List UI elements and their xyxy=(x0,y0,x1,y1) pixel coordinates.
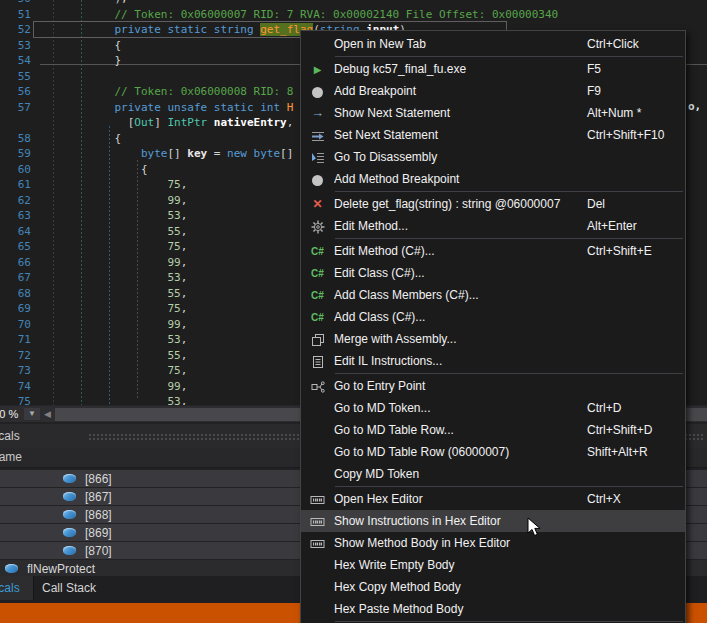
menu-item[interactable]: Hex Copy Method Body xyxy=(301,576,685,598)
code-token: , xyxy=(181,395,188,405)
menu-item[interactable]: Set Next StatementCtrl+Shift+F10 xyxy=(301,124,685,146)
code-line-text: 99, xyxy=(31,379,187,395)
context-menu: Open in New TabCtrl+Click▶Debug kc57_fin… xyxy=(300,30,686,623)
menu-item[interactable]: Show Instructions in Hex Editor xyxy=(301,510,685,532)
menu-item-label: Go To Disassembly xyxy=(334,150,587,164)
tab-locals[interactable]: Locals xyxy=(0,576,34,600)
code-token: private unsafe static int xyxy=(35,101,287,114)
menu-separator xyxy=(335,191,683,192)
code-token: , xyxy=(181,380,188,393)
menu-item[interactable]: Copy MD Token xyxy=(301,463,685,485)
code-line-text: byte[] key = new byte[] xyxy=(31,146,293,162)
code-token: IntPtr xyxy=(167,116,207,129)
menu-item[interactable]: Add Method Breakpoint xyxy=(301,168,685,190)
code-token: , xyxy=(181,364,188,377)
menu-item-shortcut: Ctrl+X xyxy=(587,492,685,506)
code-token: , xyxy=(181,271,188,284)
code-token: 99 xyxy=(35,318,181,331)
menu-item[interactable]: Add BreakpointF9 xyxy=(301,80,685,102)
menu-item[interactable]: →Show Next StatementAlt+Num * xyxy=(301,102,685,124)
menu-item[interactable]: Open in New TabCtrl+Click xyxy=(301,33,685,55)
code-token: 75 xyxy=(35,240,181,253)
code-token: H xyxy=(287,101,294,114)
code-token xyxy=(247,147,254,160)
hex-editor-icon xyxy=(301,488,334,510)
menu-item-label: Edit Class (C#)... xyxy=(334,266,587,280)
menu-item[interactable]: Go to MD Table Row (06000007)Shift+Alt+R xyxy=(301,441,685,463)
code-token: 55 xyxy=(35,225,181,238)
menu-item-label: Show Method Body in Hex Editor xyxy=(334,536,587,550)
code-token: { xyxy=(35,132,121,145)
menu-item[interactable]: ✕Delete get_flag(string) : string @06000… xyxy=(301,193,685,215)
line-number: 65 xyxy=(0,239,31,255)
menu-item-label: Merge with Assembly... xyxy=(334,332,587,346)
menu-item[interactable]: Open Hex EditorCtrl+X xyxy=(301,488,685,510)
line-number: 60 xyxy=(0,162,31,178)
code-token: // Token: 0x06000007 RID: 7 RVA: 0x00002… xyxy=(35,8,558,21)
code-line-text: 53, xyxy=(31,208,187,224)
code-line-text: private unsafe static int H xyxy=(31,100,293,116)
line-number: 62 xyxy=(0,193,31,209)
variable-icon xyxy=(5,564,18,573)
code-token: 99 xyxy=(35,256,181,269)
code-line-text: } xyxy=(31,53,121,69)
menu-item-shortcut: Ctrl+Shift+E xyxy=(587,244,685,258)
menu-item[interactable]: Go to MD Token...Ctrl+D xyxy=(301,397,685,419)
code-line-text: 53, xyxy=(31,394,187,405)
locals-title: Locals xyxy=(0,424,20,448)
merge-assembly-icon xyxy=(301,328,334,350)
code-line-text: 75, xyxy=(31,239,187,255)
code-token: 75 xyxy=(35,302,181,315)
menu-item[interactable]: Go To Disassembly xyxy=(301,146,685,168)
menu-item-shortcut: F5 xyxy=(587,62,685,76)
menu-item-label: Show Instructions in Hex Editor xyxy=(334,514,587,528)
menu-item[interactable]: Show Method Body in Hex Editor xyxy=(301,532,685,554)
menu-item-shortcut: Shift+Alt+R xyxy=(587,445,685,459)
menu-separator xyxy=(335,621,683,622)
code-token: 53 xyxy=(35,271,181,284)
menu-item-label: Debug kc57_final_fu.exe xyxy=(334,62,587,76)
code-line-text: { xyxy=(31,162,148,178)
menu-item[interactable]: C#Edit Method (C#)...Ctrl+Shift+E xyxy=(301,240,685,262)
scroll-left-arrow-icon[interactable]: ◀ xyxy=(44,408,51,421)
zoom-dropdown-button[interactable]: ▼ xyxy=(24,408,40,420)
menu-item-shortcut: Del xyxy=(587,197,685,211)
code-line-text: // Token: 0x06000007 RID: 7 RVA: 0x00002… xyxy=(31,7,558,23)
menu-item[interactable]: Edit IL Instructions... xyxy=(301,350,685,372)
menu-item[interactable]: Go to MD Table Row...Ctrl+Shift+D xyxy=(301,419,685,441)
menu-separator xyxy=(335,238,683,239)
code-token: , xyxy=(181,178,188,191)
menu-item-label: Set Next Statement xyxy=(334,128,587,142)
menu-item[interactable]: Edit Method...Alt+Enter xyxy=(301,215,685,237)
variable-name: flNewProtect xyxy=(27,562,95,576)
code-line-text: 75, xyxy=(31,363,187,379)
code-line[interactable]: 51 // Token: 0x06000007 RID: 7 RVA: 0x00… xyxy=(0,7,707,23)
code-token: [] xyxy=(167,147,187,160)
code-token: , xyxy=(181,225,188,238)
variable-name: [870] xyxy=(85,544,112,558)
code-token: { xyxy=(35,39,121,52)
line-number: 74 xyxy=(0,379,31,395)
menu-item[interactable]: Hex Write Empty Body xyxy=(301,554,685,576)
code-token: , xyxy=(181,209,188,222)
code-token: 53 xyxy=(35,395,181,405)
menu-item[interactable]: Hex Paste Method Body xyxy=(301,598,685,620)
menu-item[interactable]: C#Edit Class (C#)... xyxy=(301,262,685,284)
code-line-text: 53, xyxy=(31,332,187,348)
code-line-text: { xyxy=(31,38,121,54)
editor-zoom-level[interactable]: 100 % xyxy=(0,407,18,422)
tab-call-stack[interactable]: Call Stack xyxy=(42,576,96,600)
code-line-text: 75, xyxy=(31,177,187,193)
variable-name: [868] xyxy=(85,508,112,522)
menu-item[interactable]: Go to Entry Point xyxy=(301,375,685,397)
code-line-text: 99, xyxy=(31,317,187,333)
variable-name: [869] xyxy=(85,526,112,540)
menu-item[interactable]: C#Add Class Members (C#)... xyxy=(301,284,685,306)
menu-item[interactable]: Merge with Assembly... xyxy=(301,328,685,350)
menu-item[interactable]: C#Add Class (C#)... xyxy=(301,306,685,328)
dnspy-window: 50 ");51 // Token: 0x06000007 RID: 7 RVA… xyxy=(0,0,707,623)
code-token: ] xyxy=(154,116,167,129)
menu-item[interactable]: ▶Debug kc57_final_fu.exeF5 xyxy=(301,58,685,80)
menu-separator xyxy=(335,373,683,374)
line-number: 70 xyxy=(0,317,31,333)
